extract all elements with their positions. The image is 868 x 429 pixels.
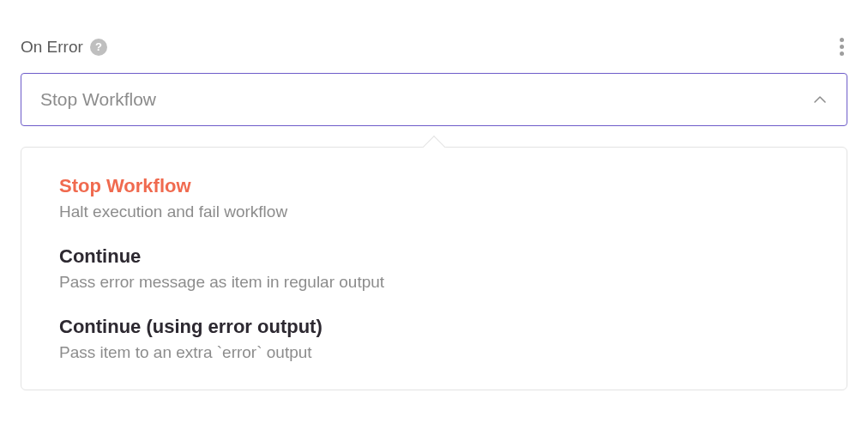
chevron-up-icon	[812, 92, 828, 107]
option-continue-error-output[interactable]: Continue (using error output) Pass item …	[21, 304, 847, 374]
option-title: Stop Workflow	[59, 175, 809, 197]
field-header: On Error ?	[21, 33, 847, 61]
option-desc: Halt execution and fail workflow	[59, 202, 809, 221]
option-title: Continue (using error output)	[59, 316, 809, 338]
option-desc: Pass item to an extra `error` output	[59, 343, 809, 362]
option-stop-workflow[interactable]: Stop Workflow Halt execution and fail wo…	[21, 163, 847, 233]
option-continue[interactable]: Continue Pass error message as item in r…	[21, 233, 847, 304]
on-error-select[interactable]: Stop Workflow	[21, 73, 847, 126]
option-title: Continue	[59, 245, 809, 268]
selected-value: Stop Workflow	[40, 89, 812, 110]
option-desc: Pass error message as item in regular ou…	[59, 273, 809, 292]
on-error-dropdown: Stop Workflow Halt execution and fail wo…	[21, 147, 847, 390]
field-label: On Error	[21, 38, 83, 57]
help-icon[interactable]: ?	[90, 39, 107, 56]
label-group: On Error ?	[21, 38, 107, 57]
kebab-menu-icon[interactable]	[836, 33, 847, 61]
